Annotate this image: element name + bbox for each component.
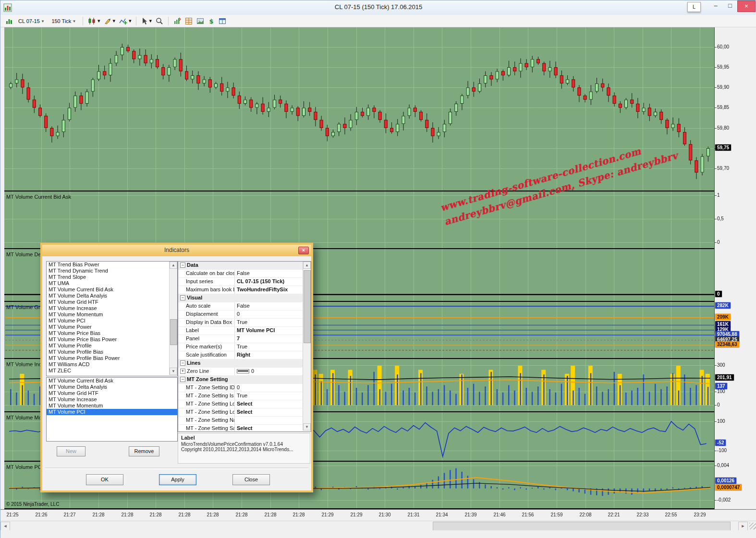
- property-value[interactable]: True: [235, 319, 303, 326]
- property-row[interactable]: Display in Data BoxTrue: [178, 319, 303, 327]
- property-value[interactable]: 0: [235, 311, 303, 318]
- horizontal-scrollbar[interactable]: ◄ ►: [0, 521, 756, 531]
- property-grid[interactable]: −DataCalculate on bar closeFalseInput se…: [178, 261, 311, 432]
- collapse-icon[interactable]: −: [180, 263, 185, 268]
- selected-indicator-item[interactable]: MT Volume Increase: [47, 396, 177, 403]
- scroll-up-icon[interactable]: ▲: [303, 262, 311, 269]
- property-value[interactable]: [235, 417, 303, 424]
- property-row[interactable]: +Zero Line0: [178, 368, 303, 376]
- property-value[interactable]: False: [235, 270, 303, 277]
- indicator-list-item[interactable]: MT Volume Current Bid Ask: [47, 287, 177, 293]
- indicator-list-item[interactable]: MT UMA: [47, 280, 177, 287]
- price-axis[interactable]: [714, 27, 756, 509]
- close-dialog-button[interactable]: Close: [232, 474, 270, 485]
- indicator-list-item[interactable]: MT Volume Price Bias: [47, 330, 177, 336]
- indicator-list-item[interactable]: MT Williams ACD: [47, 361, 177, 368]
- property-row[interactable]: MT - Zone Setting Is UTrue: [178, 392, 303, 400]
- indicator-list-item[interactable]: MT Volume Power: [47, 324, 177, 330]
- scroll-up-icon[interactable]: ▲: [170, 262, 177, 269]
- property-row[interactable]: MT - Zone Setting LoaSelect: [178, 408, 303, 417]
- cursor-icon[interactable]: ▾: [140, 16, 153, 26]
- property-value[interactable]: Right: [235, 351, 303, 359]
- expand-icon[interactable]: +: [180, 369, 185, 374]
- scroll-right-icon[interactable]: ►: [738, 522, 748, 531]
- property-value[interactable]: Select: [235, 425, 303, 432]
- chart-style-icon[interactable]: ▾: [86, 16, 102, 26]
- collapse-icon[interactable]: −: [180, 295, 185, 300]
- titlebar[interactable]: CL 07-15 (150 Tick) 17.06.2015 L – □ ×: [0, 0, 756, 15]
- indicator-list-item[interactable]: MT ZLEC: [47, 368, 177, 374]
- property-value[interactable]: 0: [235, 368, 303, 375]
- grid-icon[interactable]: [183, 16, 194, 26]
- remove-button[interactable]: Remove: [129, 446, 159, 456]
- indicator-icon[interactable]: ▾: [118, 16, 133, 26]
- indicator-list-item[interactable]: MT Volume Price Bias Power: [47, 336, 177, 343]
- property-section-row[interactable]: −Visual: [178, 294, 303, 302]
- snapshot-icon[interactable]: [195, 16, 206, 26]
- property-row[interactable]: Price marker(s)True: [178, 343, 303, 351]
- property-row[interactable]: Auto scaleFalse: [178, 302, 303, 311]
- property-row[interactable]: MT - Zone Setting LoaSelect: [178, 400, 303, 408]
- dialog-close-icon[interactable]: ×: [298, 247, 309, 254]
- property-value[interactable]: Select: [235, 400, 303, 408]
- indicator-list-item[interactable]: MT Volume Delta Analyis: [47, 293, 177, 299]
- available-indicators-list[interactable]: MT Trend Bias PowerMT Trend Dynamic Tren…: [46, 261, 178, 376]
- property-row[interactable]: MT - Zone Setting ID0: [178, 384, 303, 392]
- property-row[interactable]: LabelMT Volume PCI: [178, 327, 303, 335]
- ok-button[interactable]: OK: [86, 474, 123, 485]
- instrument-selector[interactable]: CL 07-15 ▾: [15, 17, 47, 25]
- indicator-list-item[interactable]: MT Trend Dynamic Trend: [47, 268, 177, 274]
- indicator-list-item[interactable]: MT Volume Momentum: [47, 311, 177, 318]
- property-row[interactable]: MT - Zone Setting Nam: [178, 417, 303, 425]
- indicator-list-item[interactable]: MT Trend Slope: [47, 274, 177, 280]
- link-button[interactable]: L: [687, 2, 701, 12]
- list-scrollbar[interactable]: ▲ ▼: [169, 262, 177, 375]
- property-value[interactable]: True: [235, 392, 303, 400]
- scroll-down-icon[interactable]: ▼: [170, 368, 177, 375]
- property-value[interactable]: True: [235, 343, 303, 351]
- resize-grip-icon[interactable]: [749, 523, 756, 529]
- selected-indicator-item[interactable]: MT Volume Current Bid Ask: [47, 378, 177, 384]
- chart-icon[interactable]: [4, 16, 14, 26]
- scrollbar-thumb[interactable]: [433, 522, 731, 531]
- property-value[interactable]: MT Volume PCI: [235, 327, 303, 335]
- property-value[interactable]: CL 07-15 (150 Tick): [235, 278, 303, 286]
- property-row[interactable]: MT - Zone Setting SavSelect: [178, 425, 303, 432]
- panel-icon[interactable]: [217, 16, 228, 26]
- close-button[interactable]: ×: [737, 0, 756, 12]
- selected-indicator-item[interactable]: MT Volume Grid HTF: [47, 390, 177, 396]
- indicator-list-item[interactable]: MT Volume Profile: [47, 343, 177, 349]
- minimize-button[interactable]: –: [708, 0, 723, 11]
- property-value[interactable]: Select: [235, 408, 303, 416]
- property-row[interactable]: Displacement0: [178, 311, 303, 319]
- collapse-icon[interactable]: −: [180, 377, 185, 382]
- scrollbar-thumb[interactable]: [304, 270, 311, 343]
- property-value[interactable]: 0: [235, 384, 303, 392]
- time-axis[interactable]: 21:2521:2621:2721:2821:2821:2821:2821:28…: [0, 509, 756, 521]
- maximize-button[interactable]: □: [723, 0, 737, 11]
- property-row[interactable]: Input seriesCL 07-15 (150 Tick): [178, 278, 303, 286]
- scrollbar-thumb[interactable]: [170, 319, 177, 345]
- zoom-icon[interactable]: [154, 16, 165, 26]
- property-value[interactable]: 7: [235, 335, 303, 343]
- property-section-row[interactable]: −Data: [178, 262, 303, 270]
- selected-indicator-item[interactable]: MT Volume PCI: [47, 409, 177, 415]
- scroll-down-icon[interactable]: ▼: [303, 423, 311, 430]
- indicator-list-item[interactable]: MT Volume Profile Bias Power: [47, 355, 177, 361]
- property-row[interactable]: Calculate on bar closeFalse: [178, 270, 303, 278]
- dialog-titlebar[interactable]: Indicators: [42, 245, 311, 256]
- indicator-list-item[interactable]: MT Volume Grid HTF: [47, 299, 177, 305]
- new-button[interactable]: New: [57, 446, 85, 456]
- indicator-list-item[interactable]: MT Volume Increase: [47, 305, 177, 311]
- collapse-icon[interactable]: −: [180, 360, 185, 366]
- property-section-row[interactable]: −Lines: [178, 359, 303, 368]
- draw-icon[interactable]: ▾: [102, 16, 117, 26]
- apply-button[interactable]: Apply: [159, 474, 196, 485]
- property-row[interactable]: Maximum bars look baTwoHundredFiftySix: [178, 286, 303, 294]
- indicator-list-item[interactable]: MT Volume PCI: [47, 318, 177, 324]
- property-section-row[interactable]: −MT Zone Setting: [178, 376, 303, 384]
- property-row[interactable]: Panel7: [178, 335, 303, 343]
- property-row[interactable]: Scale justificationRight: [178, 351, 303, 359]
- account-icon[interactable]: $: [207, 16, 216, 26]
- selected-indicator-item[interactable]: MT Volume Delta Analyis: [47, 384, 177, 390]
